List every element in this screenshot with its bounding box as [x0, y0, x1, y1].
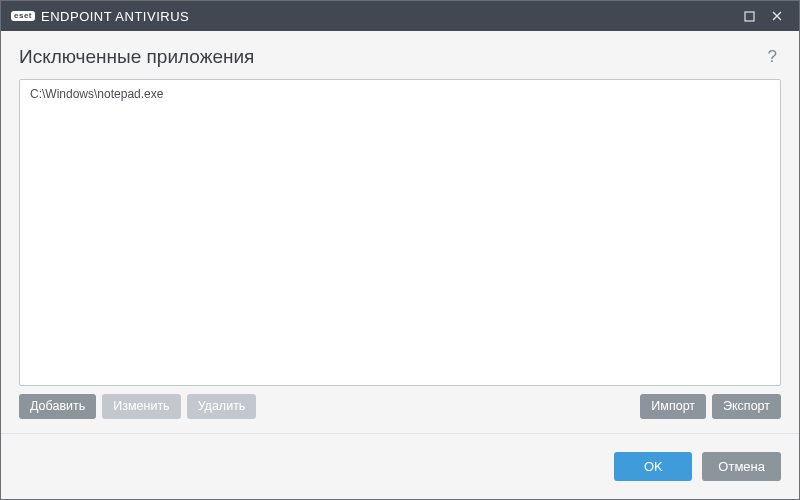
list-item[interactable]: C:\Windows\notepad.exe	[20, 84, 780, 104]
edit-button: Изменить	[102, 394, 180, 420]
maximize-icon	[744, 11, 755, 22]
action-row: Добавить Изменить Удалить Импорт Экспорт	[19, 394, 781, 420]
header-row: Исключенные приложения ?	[1, 31, 799, 79]
page-title: Исключенные приложения	[19, 46, 254, 68]
maximize-button[interactable]	[735, 1, 763, 31]
exclusions-list[interactable]: C:\Windows\notepad.exe	[19, 79, 781, 386]
add-button[interactable]: Добавить	[19, 394, 96, 420]
export-button[interactable]: Экспорт	[712, 394, 781, 420]
titlebar: eset ENDPOINT ANTIVIRUS	[1, 1, 799, 31]
content-area: C:\Windows\notepad.exe Добавить Изменить…	[1, 79, 799, 433]
footer: OK Отмена	[1, 433, 799, 499]
svg-rect-0	[745, 12, 754, 21]
help-button[interactable]: ?	[764, 45, 781, 69]
cancel-button[interactable]: Отмена	[702, 452, 781, 481]
delete-button: Удалить	[187, 394, 257, 420]
ok-button[interactable]: OK	[614, 452, 692, 481]
import-button[interactable]: Импорт	[640, 394, 706, 420]
brand-badge: eset	[11, 11, 35, 21]
close-icon	[771, 10, 783, 22]
product-name: ENDPOINT ANTIVIRUS	[41, 9, 189, 24]
close-button[interactable]	[763, 1, 791, 31]
app-window: eset ENDPOINT ANTIVIRUS Исключенные прил…	[0, 0, 800, 500]
